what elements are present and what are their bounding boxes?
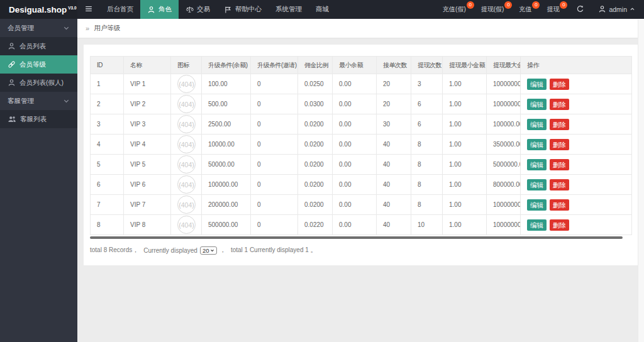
broken-image-placeholder: (404) bbox=[177, 115, 196, 133]
sidebar-group-member-management[interactable]: 会员管理 bbox=[0, 19, 77, 37]
cell-value: 0.00 bbox=[333, 94, 377, 114]
topbar-label: 充值 bbox=[519, 5, 531, 14]
delete-button[interactable]: 删除 bbox=[550, 199, 569, 211]
column-header: 操作 bbox=[521, 57, 632, 74]
sidebar-item-member-level[interactable]: 会员等级 bbox=[0, 55, 77, 74]
delete-button[interactable]: 删除 bbox=[550, 159, 569, 170]
cell-value: 1.00 bbox=[443, 195, 487, 215]
page-size-value: 20 bbox=[203, 247, 209, 254]
breadcrumb-title: 用户等级 bbox=[94, 24, 120, 33]
cell-value: 0 bbox=[251, 114, 298, 135]
delete-button[interactable]: 删除 bbox=[550, 119, 569, 130]
topnav-roles[interactable]: 角色 bbox=[140, 0, 179, 19]
cell-value: 10000000.00 bbox=[487, 94, 521, 114]
topnav-help-center[interactable]: 帮助中心 bbox=[217, 0, 269, 19]
cell-value: 1.00 bbox=[443, 215, 487, 235]
edit-button[interactable]: 编辑 bbox=[527, 199, 547, 211]
cell-value: 0.00 bbox=[333, 135, 377, 155]
cell-actions: 编辑删除 bbox=[521, 135, 632, 155]
cell-actions: 编辑删除 bbox=[521, 175, 632, 195]
sidebar: 会员管理会员列表会员等级会员列表(假人)客服管理客服列表 bbox=[0, 19, 77, 342]
admin-menu[interactable]: admin bbox=[592, 0, 644, 19]
cell-value: 0.00 bbox=[333, 114, 377, 135]
sidebar-item-service-list[interactable]: 客服列表 bbox=[0, 110, 77, 128]
cell-value: 800000.00 bbox=[487, 175, 521, 195]
cell-id: 2 bbox=[91, 94, 124, 114]
person-icon bbox=[8, 79, 16, 87]
page-size-select[interactable]: 20 bbox=[200, 246, 217, 255]
cell-id: 7 bbox=[91, 195, 124, 215]
sidebar-item-label: 客服列表 bbox=[20, 115, 47, 124]
topnav-trade[interactable]: 交易 bbox=[179, 0, 217, 19]
cell-name: VIP 6 bbox=[124, 175, 171, 195]
topnav-label: 系统管理 bbox=[275, 5, 302, 14]
cell-value: 0.00 bbox=[333, 74, 377, 94]
broken-image-placeholder: (404) bbox=[177, 155, 196, 174]
cell-value: 10000000.00 bbox=[487, 195, 521, 215]
cell-icon: (404) bbox=[171, 195, 202, 215]
vertical-scrollbar-track[interactable] bbox=[638, 19, 644, 342]
table-card: ID名称图标升级条件(余额)升级条件(邀请)佣金比例最小余额接单次数提现次数提现… bbox=[84, 45, 638, 265]
cell-value: 1.00 bbox=[443, 114, 487, 135]
content: ID名称图标升级条件(余额)升级条件(邀请)佣金比例最小余额接单次数提现次数提现… bbox=[77, 38, 644, 265]
refresh-button[interactable] bbox=[569, 0, 592, 19]
cell-actions: 编辑删除 bbox=[521, 155, 632, 175]
edit-button[interactable]: 编辑 bbox=[527, 79, 547, 90]
refresh-icon bbox=[576, 5, 584, 14]
cell-value: 1.00 bbox=[443, 74, 487, 94]
delete-button[interactable]: 删除 bbox=[550, 99, 569, 110]
sidebar-group-service-management[interactable]: 客服管理 bbox=[0, 92, 77, 110]
cell-actions: 编辑删除 bbox=[521, 114, 632, 135]
cell-value: 0.0220 bbox=[298, 215, 333, 235]
breadcrumb-arrows-icon: » bbox=[86, 25, 89, 32]
sidebar-item-member-list[interactable]: 会员列表 bbox=[0, 37, 77, 55]
hamburger-button[interactable] bbox=[77, 0, 100, 19]
topbar-right: 充值(假)0提现(假)0充值0提现0admin bbox=[437, 0, 644, 19]
edit-button[interactable]: 编辑 bbox=[527, 119, 547, 130]
scales-icon bbox=[186, 6, 194, 14]
cell-value: 20 bbox=[377, 94, 411, 114]
table-row: 6VIP 6(404)100000.0000.02000.004081.0080… bbox=[91, 175, 632, 195]
table-row: 3VIP 3(404)2500.0000.02000.003061.001000… bbox=[91, 114, 632, 135]
topbar-withdraw[interactable]: 提现0 bbox=[541, 0, 569, 19]
table-row: 4VIP 4(404)10000.0000.02000.004081.00350… bbox=[91, 135, 632, 155]
edit-button[interactable]: 编辑 bbox=[527, 159, 547, 170]
topnav-label: 帮助中心 bbox=[235, 5, 262, 14]
topnav-label: 交易 bbox=[197, 5, 210, 14]
cell-icon: (404) bbox=[171, 155, 202, 175]
displayed-summary: total 1 Currently displayed 1 。 bbox=[231, 246, 317, 255]
delete-button[interactable]: 删除 bbox=[550, 219, 569, 231]
topbar-recharge-fake[interactable]: 充值(假)0 bbox=[437, 0, 475, 19]
topbar-recharge[interactable]: 充值0 bbox=[513, 0, 541, 19]
delete-button[interactable]: 删除 bbox=[550, 179, 569, 190]
horizontal-scrollbar-thumb[interactable] bbox=[90, 236, 623, 239]
edit-button[interactable]: 编辑 bbox=[527, 179, 547, 190]
logo-text: Desigual.shop bbox=[9, 5, 67, 14]
topnav-mall[interactable]: 商城 bbox=[309, 0, 336, 19]
broken-image-placeholder: (404) bbox=[177, 75, 196, 93]
link-icon bbox=[8, 60, 16, 69]
sidebar-item-member-list-fake[interactable]: 会员列表(假人) bbox=[0, 74, 77, 92]
edit-button[interactable]: 编辑 bbox=[527, 219, 547, 231]
column-header: 提现最大金额 bbox=[487, 57, 521, 74]
logo[interactable]: Desigual.shopV3.0 bbox=[0, 0, 77, 19]
cell-value: 0.0200 bbox=[298, 175, 333, 195]
topbar-label: 提现 bbox=[547, 5, 559, 14]
cell-icon: (404) bbox=[171, 175, 202, 195]
admin-name: admin bbox=[609, 6, 627, 13]
cell-actions: 编辑删除 bbox=[521, 215, 632, 235]
cell-value: 40 bbox=[377, 155, 411, 175]
cell-value: 30 bbox=[377, 114, 411, 135]
edit-button[interactable]: 编辑 bbox=[527, 99, 547, 110]
edit-button[interactable]: 编辑 bbox=[527, 139, 547, 150]
cell-value: 10000.00 bbox=[202, 135, 251, 155]
displayed-label: Currently displayed bbox=[143, 247, 197, 254]
topnav-home[interactable]: 后台首页 bbox=[100, 0, 140, 19]
cell-name: VIP 3 bbox=[124, 114, 171, 135]
delete-button[interactable]: 删除 bbox=[550, 139, 569, 150]
topbar-withdraw-fake[interactable]: 提现(假)0 bbox=[475, 0, 514, 19]
cell-value: 0.00 bbox=[333, 155, 377, 175]
delete-button[interactable]: 删除 bbox=[550, 79, 569, 90]
topnav-system[interactable]: 系统管理 bbox=[269, 0, 309, 19]
cell-value: 0 bbox=[251, 155, 298, 175]
